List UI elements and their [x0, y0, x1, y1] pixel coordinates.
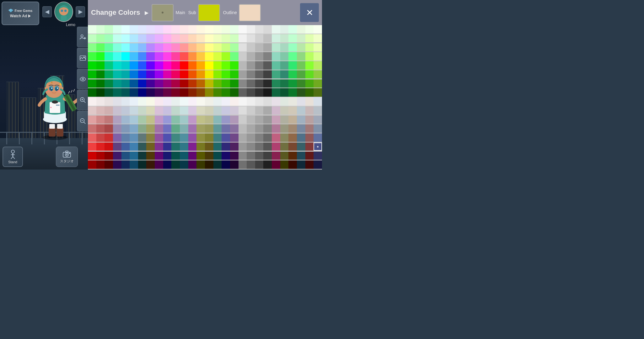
color-cell[interactable] — [239, 143, 247, 151]
color-cell[interactable] — [280, 97, 289, 106]
color-cell[interactable] — [280, 143, 289, 151]
color-cell[interactable] — [297, 160, 305, 169]
color-cell[interactable] — [239, 124, 247, 133]
color-cell[interactable] — [297, 106, 305, 115]
color-cell[interactable] — [255, 106, 264, 115]
color-cell[interactable] — [180, 143, 188, 151]
color-cell[interactable] — [272, 43, 280, 52]
color-cell[interactable] — [205, 160, 213, 169]
color-cell[interactable] — [188, 88, 197, 97]
color-cell[interactable] — [305, 70, 314, 79]
color-cell[interactable] — [205, 106, 213, 115]
color-cell[interactable] — [88, 79, 96, 88]
color-cell[interactable] — [105, 106, 113, 115]
color-cell[interactable] — [138, 133, 147, 142]
color-cell[interactable] — [113, 70, 121, 79]
color-cell[interactable] — [222, 34, 230, 43]
color-cell[interactable] — [205, 97, 213, 106]
color-cell[interactable] — [280, 133, 289, 142]
color-cell[interactable] — [121, 152, 130, 160]
color-cell[interactable] — [263, 143, 272, 151]
color-cell[interactable] — [121, 160, 130, 169]
color-cell[interactable] — [288, 43, 297, 52]
color-cell[interactable] — [138, 88, 147, 97]
color-cell[interactable] — [88, 52, 96, 61]
color-cell[interactable] — [130, 97, 138, 106]
color-cell[interactable] — [130, 43, 138, 52]
next-character-button[interactable]: ▶ — [76, 6, 85, 17]
color-cell[interactable] — [280, 43, 289, 52]
color-cell[interactable] — [288, 116, 297, 124]
color-cell[interactable] — [314, 116, 322, 124]
color-cell[interactable] — [88, 152, 96, 160]
color-cell[interactable] — [113, 88, 121, 97]
color-cell[interactable] — [213, 124, 222, 133]
color-cell[interactable] — [288, 61, 297, 70]
color-cell[interactable] — [196, 61, 205, 70]
color-cell[interactable] — [138, 152, 147, 160]
color-cell[interactable] — [239, 61, 247, 70]
outline-color-swatch[interactable] — [239, 4, 261, 21]
color-cell[interactable] — [171, 133, 180, 142]
color-cell[interactable] — [255, 160, 264, 169]
color-cell[interactable] — [138, 70, 147, 79]
color-cell[interactable] — [88, 133, 96, 142]
color-cell[interactable] — [247, 79, 255, 88]
color-cell[interactable] — [88, 160, 96, 169]
color-cell[interactable] — [305, 61, 314, 70]
color-cell[interactable] — [230, 133, 239, 142]
color-cell[interactable] — [171, 79, 180, 88]
color-cell[interactable] — [180, 124, 188, 133]
color-cell[interactable] — [146, 106, 155, 115]
color-cell[interactable] — [205, 34, 213, 43]
color-cell[interactable] — [222, 70, 230, 79]
color-cell[interactable] — [180, 79, 188, 88]
color-cell[interactable] — [163, 61, 172, 70]
color-cell[interactable] — [230, 160, 239, 169]
color-cell[interactable] — [155, 143, 163, 151]
color-cell[interactable] — [163, 160, 172, 169]
color-cell[interactable] — [222, 25, 230, 34]
color-cell[interactable] — [280, 88, 289, 97]
color-cell[interactable] — [105, 124, 113, 133]
color-cell[interactable] — [121, 133, 130, 142]
color-cell[interactable] — [180, 106, 188, 115]
color-cell[interactable] — [280, 70, 289, 79]
color-cell[interactable] — [171, 43, 180, 52]
color-cell[interactable] — [239, 52, 247, 61]
color-cell[interactable] — [314, 106, 322, 115]
color-cell[interactable] — [297, 152, 305, 160]
color-cell[interactable] — [155, 133, 163, 142]
color-cell[interactable] — [138, 25, 147, 34]
main-color-swatch[interactable] — [152, 4, 174, 21]
color-cell[interactable] — [205, 70, 213, 79]
color-cell[interactable] — [96, 116, 105, 124]
color-cell[interactable] — [297, 133, 305, 142]
color-cell[interactable] — [138, 79, 147, 88]
color-cell[interactable] — [105, 61, 113, 70]
color-cell[interactable] — [130, 152, 138, 160]
color-cell[interactable] — [196, 43, 205, 52]
color-cell[interactable] — [113, 124, 121, 133]
color-cell[interactable] — [305, 143, 314, 151]
color-cell[interactable] — [205, 124, 213, 133]
color-cell[interactable] — [247, 61, 255, 70]
color-cell[interactable] — [113, 61, 121, 70]
color-cell[interactable] — [297, 70, 305, 79]
color-cell[interactable] — [205, 61, 213, 70]
color-cell[interactable] — [213, 143, 222, 151]
color-cell[interactable] — [297, 97, 305, 106]
color-cell[interactable] — [171, 160, 180, 169]
color-cell[interactable] — [130, 25, 138, 34]
color-cell[interactable] — [155, 70, 163, 79]
color-cell[interactable] — [113, 79, 121, 88]
color-cell[interactable] — [230, 25, 239, 34]
color-cell[interactable] — [314, 124, 322, 133]
color-cell[interactable] — [138, 43, 147, 52]
color-cell[interactable] — [305, 25, 314, 34]
color-cell[interactable] — [96, 160, 105, 169]
color-cell[interactable] — [213, 25, 222, 34]
color-cell[interactable] — [213, 79, 222, 88]
color-cell[interactable] — [280, 79, 289, 88]
color-cell[interactable] — [205, 116, 213, 124]
